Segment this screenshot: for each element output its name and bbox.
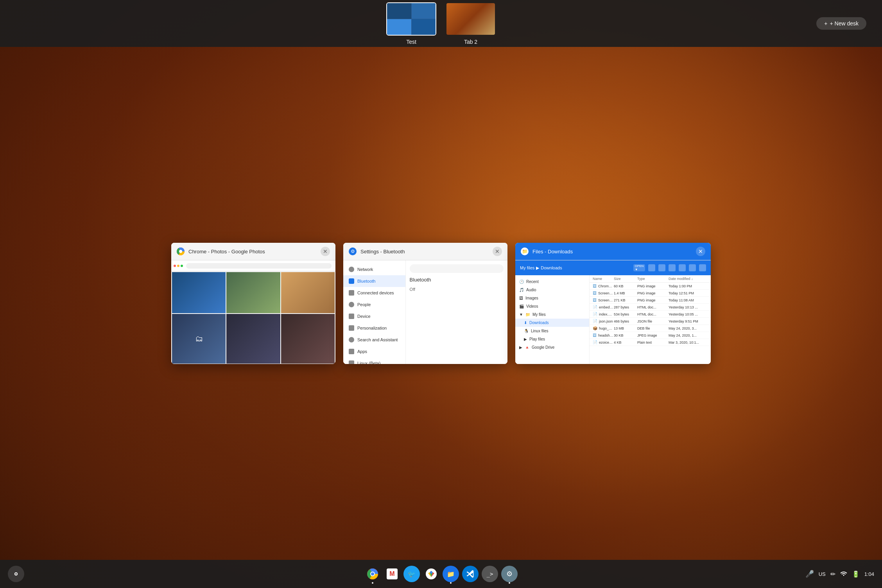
table-row[interactable]: 🖼 Screenshot 2020-05-28 at 12.51.56... 1… bbox=[590, 290, 711, 297]
settings-item-people[interactable]: People bbox=[343, 299, 405, 310]
close-settings-button[interactable]: ✕ bbox=[493, 247, 502, 256]
table-row[interactable]: 📄 ezoicert.txt 4 KB Plain text Mar 3, 20… bbox=[590, 339, 711, 346]
myfiles-expand-icon: ▼ bbox=[519, 312, 523, 317]
file-icon-jpg: 🖼 bbox=[593, 333, 597, 337]
table-row[interactable]: 🖼 Screenshot 2020-05-28 at 11.08.43... 2… bbox=[590, 297, 711, 304]
taskbar-app-files[interactable]: 📁 bbox=[443, 566, 459, 582]
overview-area: Chrome - Photos - Google Photos ✕ bbox=[0, 47, 882, 560]
vscode-icon bbox=[462, 566, 479, 582]
folder-icon: 📁 bbox=[525, 312, 530, 317]
desk-tab-test[interactable]: Test bbox=[386, 2, 436, 45]
table-row[interactable]: 🖼 Chrome OS 83 update.png 60 KB PNG imag… bbox=[590, 283, 711, 290]
desk-overview-bar: Test Tab 2 + + New desk bbox=[0, 0, 882, 47]
window-title-files: Files - Downloads bbox=[532, 249, 692, 255]
table-row[interactable]: 📄 json.json 466 bytes JSON file Yesterda… bbox=[590, 318, 711, 325]
taskbar: M 🐦 📁 bbox=[0, 560, 882, 588]
new-desk-button[interactable]: + + New desk bbox=[816, 17, 866, 30]
taskbar-app-maps[interactable] bbox=[423, 566, 439, 582]
taskbar-left bbox=[8, 566, 24, 582]
files-body: 🕐 Recent 🎵 Audio 🖼 Images 🎬 bbox=[515, 275, 711, 364]
taskbar-app-shelf: M 🐦 📁 bbox=[364, 566, 518, 582]
taskbar-app-settings[interactable]: ⚙ bbox=[501, 566, 518, 582]
files-list: Name Size Type Date modified ↓ 🖼 Chrome … bbox=[590, 275, 711, 364]
new-desk-label: + New desk bbox=[830, 20, 859, 27]
svg-point-4 bbox=[371, 572, 374, 575]
table-row[interactable]: 🖼 headshot.jpeg 30 KB JPEG image May 24,… bbox=[590, 332, 711, 339]
close-chrome-button[interactable]: ✕ bbox=[321, 247, 330, 256]
table-row[interactable]: 📦 hugo_0.71.0_Linux-64bit.deb 13 MB DEB … bbox=[590, 325, 711, 332]
files-sidebar-images[interactable]: 🖼 Images bbox=[515, 294, 589, 302]
mic-button[interactable]: 🎤 bbox=[805, 570, 814, 578]
files-sidebar-drive[interactable]: ▶ 🔺 Google Drive bbox=[515, 343, 589, 351]
desk-tab-2[interactable]: Tab 2 bbox=[446, 2, 496, 45]
settings-item-network[interactable]: Network bbox=[343, 264, 405, 275]
files-sidebar-videos[interactable]: 🎬 Videos bbox=[515, 302, 589, 310]
desk-thumbnail-test[interactable] bbox=[386, 2, 436, 36]
settings-search-bar[interactable] bbox=[410, 264, 504, 273]
taskbar-app-chrome[interactable] bbox=[364, 566, 381, 582]
taskbar-app-vscode[interactable] bbox=[462, 566, 479, 582]
settings-item-personalization[interactable]: Personalization bbox=[343, 322, 405, 334]
window-title-chrome: Chrome - Photos - Google Photos bbox=[188, 249, 317, 255]
files-sidebar: 🕐 Recent 🎵 Audio 🖼 Images 🎬 bbox=[515, 275, 590, 364]
desk-thumbnail-2[interactable] bbox=[446, 2, 496, 36]
close-x-icon-files: ✕ bbox=[698, 249, 703, 254]
taskbar-app-gmail[interactable]: M bbox=[384, 566, 400, 582]
close-files-button[interactable]: ✕ bbox=[696, 247, 705, 256]
files-sort-icon[interactable] bbox=[689, 264, 696, 271]
videos-icon: 🎬 bbox=[519, 304, 524, 308]
taskbar-app-terminal[interactable]: _> bbox=[482, 566, 498, 582]
settings-item-search[interactable]: Search and Assistant bbox=[343, 334, 405, 346]
taskbar-status-area: 🎤 US ✏ 🔋 1:04 bbox=[805, 570, 874, 578]
files-sidebar-myfiles[interactable]: ▼ 📁 My files bbox=[515, 310, 589, 319]
files-open-icon[interactable]: OPEN ▼ bbox=[633, 264, 645, 271]
twitter-icon: 🐦 bbox=[403, 566, 420, 582]
window-files-downloads[interactable]: 📁 Files - Downloads ✕ My files ▶ Downloa… bbox=[515, 243, 711, 364]
window-title-settings: Settings - Bluetooth bbox=[360, 249, 489, 255]
settings-item-bluetooth[interactable]: Bluetooth bbox=[343, 275, 405, 287]
launcher-dot-icon bbox=[14, 572, 18, 575]
download-icon: ⬇ bbox=[524, 321, 527, 325]
app-launcher-button[interactable] bbox=[8, 566, 24, 582]
settings-item-apps[interactable]: Apps bbox=[343, 346, 405, 357]
stylus-button[interactable]: ✏ bbox=[830, 570, 835, 578]
files-toolbar: My files ▶ Downloads OPEN ▼ bbox=[515, 260, 711, 275]
file-icon-txt: 📄 bbox=[593, 340, 597, 344]
settings-bluetooth-status: Off bbox=[410, 286, 504, 293]
settings-item-connected[interactable]: Connected devices bbox=[343, 287, 405, 299]
file-icon-json: 📄 bbox=[593, 319, 597, 323]
taskbar-app-twitter[interactable]: 🐦 bbox=[403, 566, 420, 582]
settings-item-device[interactable]: Device bbox=[343, 310, 405, 322]
settings-sidebar: Network Bluetooth Connected devices Peop… bbox=[343, 260, 406, 364]
files-search-icon[interactable] bbox=[669, 264, 676, 271]
table-row[interactable]: 📄 index.html 534 bytes HTML doc... Yeste… bbox=[590, 311, 711, 318]
table-row[interactable]: 📄 embedded-tweets.html 287 bytes HTML do… bbox=[590, 304, 711, 311]
settings-item-linux[interactable]: Linux (Beta) bbox=[343, 357, 405, 364]
files-delete-icon[interactable] bbox=[658, 264, 665, 271]
files-breadcrumb: My files ▶ Downloads bbox=[520, 265, 630, 271]
files-sidebar-downloads[interactable]: ⬇ Downloads bbox=[515, 319, 589, 327]
files-share-icon[interactable] bbox=[648, 264, 655, 271]
file-icon-png3: 🖼 bbox=[593, 298, 597, 302]
files-sidebar-audio[interactable]: 🎵 Audio bbox=[515, 286, 589, 294]
files-sidebar-recent[interactable]: 🕐 Recent bbox=[515, 278, 589, 286]
file-icon-deb: 📦 bbox=[593, 326, 597, 330]
window-header-chrome: Chrome - Photos - Google Photos ✕ bbox=[171, 243, 335, 260]
terminal-icon: _> bbox=[482, 566, 498, 582]
battery-icon[interactable]: 🔋 bbox=[852, 570, 860, 578]
wifi-icon[interactable] bbox=[840, 570, 847, 577]
files-sidebar-playfiles[interactable]: ▶ Play files bbox=[515, 335, 589, 343]
window-chrome-photos[interactable]: Chrome - Photos - Google Photos ✕ bbox=[171, 243, 335, 364]
recent-icon: 🕐 bbox=[519, 280, 524, 284]
chrome-icon bbox=[177, 247, 185, 255]
files-grid-icon[interactable] bbox=[679, 264, 686, 271]
language-indicator[interactable]: US bbox=[819, 571, 826, 577]
window-settings-bluetooth[interactable]: ⚙ Settings - Bluetooth ✕ Network Bluetoo… bbox=[343, 243, 507, 364]
files-more-icon[interactable] bbox=[699, 264, 706, 271]
drive-icon: 🔺 bbox=[525, 345, 529, 350]
time-display[interactable]: 1:04 bbox=[864, 571, 874, 577]
files-list-header: Name Size Type Date modified ↓ bbox=[590, 275, 711, 283]
files-sidebar-linux[interactable]: 🐧 Linux files bbox=[515, 327, 589, 335]
settings-bluetooth-title: Bluetooth bbox=[410, 277, 504, 283]
svg-point-5 bbox=[430, 571, 432, 574]
